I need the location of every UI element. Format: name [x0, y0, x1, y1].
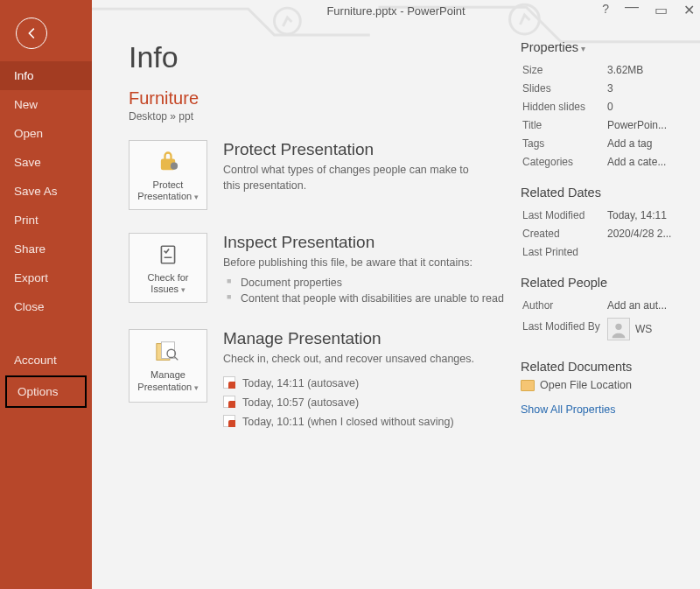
list-item: Content that people with disabilities ar… — [223, 291, 512, 306]
svg-point-8 — [615, 323, 621, 329]
powerpoint-icon — [223, 415, 235, 427]
inspect-desc: Before publishing this file, be aware th… — [223, 256, 486, 271]
backstage-sidebar: InfoNewOpenSaveSave AsPrintShareExportCl… — [0, 0, 92, 589]
document-title: Furniture — [129, 88, 512, 109]
title-bar: Furniture.pptx - PowerPoint ? — ▭ ✕ — [92, 0, 700, 26]
add-author-link[interactable]: Add an aut... — [607, 297, 686, 313]
list-item: Document properties — [223, 275, 512, 291]
folder-icon — [521, 380, 535, 391]
version-list: Today, 14:11 (autosave)Today, 10:57 (aut… — [223, 374, 512, 431]
sidebar-item-account[interactable]: Account — [0, 346, 92, 375]
svg-point-2 — [171, 162, 178, 169]
back-button[interactable] — [16, 18, 47, 49]
add-tag-link[interactable]: Add a tag — [607, 135, 686, 151]
sidebar-item-new[interactable]: New — [0, 90, 92, 119]
manage-desc: Check in, check out, and recover unsaved… — [223, 352, 486, 368]
protect-presentation-button[interactable]: ProtectPresentation — [129, 140, 207, 210]
version-item[interactable]: Today, 14:11 (autosave) — [223, 374, 512, 393]
protect-heading: Protect Presentation — [223, 140, 512, 159]
protect-desc: Control what types of changes people can… — [223, 163, 486, 193]
sidebar-item-share[interactable]: Share — [0, 235, 92, 263]
properties-table: Size3.62MB Slides3 Hidden slides0 TitleP… — [521, 60, 688, 172]
sidebar-item-close[interactable]: Close — [0, 292, 92, 321]
show-all-properties-link[interactable]: Show All Properties — [521, 403, 615, 416]
arrow-left-icon — [24, 25, 39, 41]
breadcrumb: Desktop » ppt — [129, 110, 512, 123]
sidebar-item-open[interactable]: Open — [0, 119, 92, 148]
sidebar-item-options[interactable]: Options — [5, 375, 87, 408]
inspect-heading: Inspect Presentation — [223, 233, 512, 252]
checklist-icon — [157, 241, 179, 269]
documents-icon — [155, 338, 181, 366]
sidebar-item-save-as[interactable]: Save As — [0, 177, 92, 206]
manage-heading: Manage Presentation — [223, 329, 512, 348]
related-documents-heading: Related Documents — [521, 360, 688, 374]
restore-button[interactable]: ▭ — [654, 2, 668, 18]
sidebar-item-info[interactable]: Info — [0, 61, 92, 90]
properties-heading[interactable]: Properties — [521, 40, 688, 54]
page-title: Info — [129, 40, 512, 74]
sidebar-item-save[interactable]: Save — [0, 148, 92, 177]
powerpoint-icon — [223, 376, 235, 389]
avatar: WS — [607, 318, 652, 340]
minimize-button[interactable]: — — [625, 0, 639, 16]
version-item[interactable]: Today, 10:57 (autosave) — [223, 393, 512, 412]
window-title: Furniture.pptx - PowerPoint — [326, 4, 465, 18]
sidebar-item-export[interactable]: Export — [0, 263, 92, 292]
svg-line-7 — [175, 357, 178, 361]
inspect-list: Document propertiesContent that people w… — [223, 275, 512, 306]
related-dates-heading: Related Dates — [521, 186, 688, 200]
svg-rect-3 — [161, 246, 174, 263]
powerpoint-icon — [223, 396, 235, 408]
version-item[interactable]: Today, 10:11 (when I closed without savi… — [223, 412, 512, 431]
lock-icon — [156, 148, 180, 176]
sidebar-item-print[interactable]: Print — [0, 206, 92, 235]
related-people-heading: Related People — [521, 276, 688, 290]
close-window-button[interactable]: ✕ — [683, 2, 695, 18]
help-button[interactable]: ? — [602, 2, 609, 18]
check-for-issues-button[interactable]: Check forIssues — [129, 233, 207, 303]
manage-presentation-button[interactable]: ManagePresentation — [129, 329, 207, 403]
add-category-link[interactable]: Add a cate... — [607, 153, 686, 170]
open-file-location-link[interactable]: Open File Location — [521, 379, 688, 391]
